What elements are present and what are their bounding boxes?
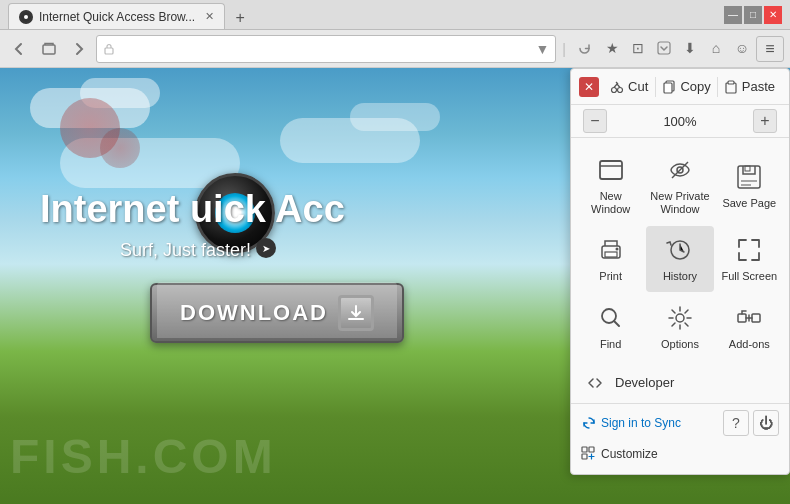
logo-arrow: ➤ bbox=[256, 238, 276, 258]
full-screen-icon bbox=[733, 234, 765, 266]
new-window-item[interactable]: New Window bbox=[577, 146, 644, 224]
copy-button[interactable]: Copy bbox=[656, 75, 716, 98]
help-button[interactable]: ? bbox=[723, 410, 749, 436]
close-button[interactable]: ✕ bbox=[764, 6, 782, 24]
sync-btn[interactable]: ☺ bbox=[730, 36, 754, 60]
watermark: FISH.COM bbox=[10, 429, 277, 484]
print-icon bbox=[595, 234, 627, 266]
full-screen-label: Full Screen bbox=[722, 270, 778, 283]
options-label: Options bbox=[661, 338, 699, 351]
minimize-button[interactable]: — bbox=[724, 6, 742, 24]
zoom-out-button[interactable]: − bbox=[583, 109, 607, 133]
history-item[interactable]: History bbox=[646, 226, 713, 291]
copy-label: Copy bbox=[680, 79, 710, 94]
forward-button[interactable] bbox=[66, 36, 92, 62]
url-lock-icon bbox=[103, 43, 115, 55]
developer-icon bbox=[585, 373, 605, 393]
copy-icon bbox=[662, 80, 676, 94]
svg-rect-23 bbox=[589, 447, 594, 452]
svg-rect-15 bbox=[605, 252, 617, 257]
page-title: Internet uick Acc bbox=[40, 188, 345, 231]
menu-close-btn[interactable]: ✕ bbox=[579, 77, 599, 97]
cut-label: Cut bbox=[628, 79, 648, 94]
download-label: DOWNLOAD bbox=[180, 300, 328, 326]
dropdown-menu: ✕ Cut Copy Paste − bbox=[570, 68, 790, 475]
history-icon bbox=[664, 234, 696, 266]
content-area: ➤ Internet uick Acc Surf, Just faster! D… bbox=[0, 68, 790, 504]
bookmark-star-btn[interactable]: ★ bbox=[600, 36, 624, 60]
cut-button[interactable]: Cut bbox=[603, 75, 655, 98]
pocket-btn[interactable] bbox=[652, 36, 676, 60]
sphere-2 bbox=[100, 128, 140, 168]
menu-bottom-row: Sign in to Sync ? ⏻ bbox=[571, 403, 789, 442]
find-item[interactable]: Find bbox=[577, 294, 644, 359]
zoom-value: 100% bbox=[615, 114, 745, 129]
url-bar: ▼ bbox=[96, 35, 556, 63]
svg-point-4 bbox=[612, 87, 617, 92]
new-window-icon bbox=[595, 154, 627, 186]
url-input[interactable] bbox=[119, 41, 532, 56]
history-label: History bbox=[663, 270, 697, 283]
page-subtitle: Surf, Just faster! bbox=[120, 240, 251, 261]
maximize-button[interactable]: □ bbox=[744, 6, 762, 24]
new-tab-button[interactable]: + bbox=[229, 7, 251, 29]
tab-favicon bbox=[19, 10, 33, 24]
tab-close-btn[interactable]: ✕ bbox=[205, 10, 214, 23]
menu-button[interactable]: ≡ bbox=[756, 36, 784, 62]
add-ons-item[interactable]: Add-ons bbox=[716, 294, 783, 359]
svg-rect-3 bbox=[658, 42, 670, 54]
download-button[interactable]: DOWNLOAD bbox=[150, 283, 404, 343]
home-button[interactable] bbox=[36, 36, 62, 62]
save-page-label: Save Page bbox=[722, 197, 776, 210]
svg-rect-20 bbox=[738, 314, 746, 322]
home-nav-btn[interactable]: ⌂ bbox=[704, 36, 728, 60]
customize-label[interactable]: Customize bbox=[601, 447, 779, 461]
browser-window: Internet Quick Access Brow... ✕ + — □ ✕ … bbox=[0, 0, 790, 504]
cut-icon bbox=[610, 80, 624, 94]
svg-rect-24 bbox=[582, 454, 587, 459]
back-button[interactable] bbox=[6, 36, 32, 62]
new-private-label: New Private Window bbox=[650, 190, 709, 216]
svg-rect-1 bbox=[43, 45, 55, 54]
find-label: Find bbox=[600, 338, 621, 351]
customize-icon bbox=[581, 446, 597, 462]
paste-button[interactable]: Paste bbox=[718, 75, 781, 98]
save-page-icon bbox=[733, 161, 765, 193]
svg-rect-21 bbox=[752, 314, 760, 322]
download-btn[interactable]: ⬇ bbox=[678, 36, 702, 60]
add-ons-label: Add-ons bbox=[729, 338, 770, 351]
svg-rect-7 bbox=[664, 83, 672, 93]
new-private-window-item[interactable]: New Private Window bbox=[646, 146, 713, 224]
tab-bar: Internet Quick Access Brow... ✕ + bbox=[8, 0, 724, 29]
options-item[interactable]: Options bbox=[646, 294, 713, 359]
nav-bar: ▼ | ★ ⊡ ⬇ ⌂ ☺ ≡ bbox=[0, 30, 790, 68]
svg-point-19 bbox=[676, 314, 684, 322]
svg-rect-2 bbox=[105, 48, 113, 54]
options-icon bbox=[664, 302, 696, 334]
zoom-in-button[interactable]: + bbox=[753, 109, 777, 133]
tab-title: Internet Quick Access Brow... bbox=[39, 10, 195, 24]
menu-grid: New Window New Private Window Save Page bbox=[571, 138, 789, 367]
svg-rect-9 bbox=[728, 81, 734, 84]
refresh-nav-btn[interactable] bbox=[572, 37, 596, 61]
power-button[interactable]: ⏻ bbox=[753, 410, 779, 436]
developer-item[interactable]: Developer bbox=[571, 367, 789, 399]
title-bar: Internet Quick Access Brow... ✕ + — □ ✕ bbox=[0, 0, 790, 30]
save-page-item[interactable]: Save Page bbox=[716, 146, 783, 224]
svg-rect-22 bbox=[582, 447, 587, 452]
refresh-icon[interactable]: ▼ bbox=[536, 41, 550, 57]
full-screen-item[interactable]: Full Screen bbox=[716, 226, 783, 291]
add-ons-icon bbox=[733, 302, 765, 334]
print-label: Print bbox=[599, 270, 622, 283]
active-tab[interactable]: Internet Quick Access Brow... ✕ bbox=[8, 3, 225, 29]
svg-rect-10 bbox=[600, 161, 622, 179]
print-item[interactable]: Print bbox=[577, 226, 644, 291]
reading-list-btn[interactable]: ⊡ bbox=[626, 36, 650, 60]
paste-label: Paste bbox=[742, 79, 775, 94]
developer-label: Developer bbox=[615, 375, 674, 390]
window-controls: — □ ✕ bbox=[724, 6, 782, 24]
nav-icon-bar: ★ ⊡ ⬇ ⌂ ☺ ≡ bbox=[600, 36, 784, 62]
download-icon bbox=[338, 295, 374, 331]
sign-in-label[interactable]: Sign in to Sync bbox=[601, 416, 719, 430]
svg-point-16 bbox=[615, 248, 618, 251]
